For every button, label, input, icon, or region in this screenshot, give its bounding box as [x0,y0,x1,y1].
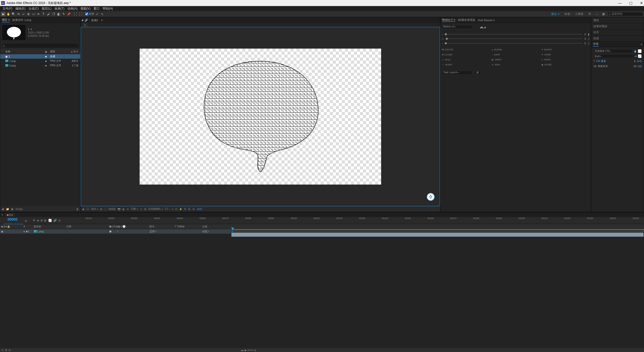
motion-btn-rope[interactable]: ∿ROPE [541,58,589,62]
snap-checkbox[interactable] [85,12,88,16]
project-search[interactable]: ρ. [2,43,79,48]
leading-value[interactable]: 自动 [637,59,642,63]
preview-panel-header[interactable]: 预览 [591,17,644,23]
character-panel-tab[interactable]: 字符 [593,42,598,47]
world-axis-icon[interactable]: ⛶ [78,12,83,16]
views-dropdown[interactable]: 1个… [165,207,173,211]
col-tag-header[interactable]: ◆ [43,50,49,53]
script-manager-tab[interactable]: AE脚本管理器 [458,18,475,22]
roi-icon[interactable]: ▢ [140,208,142,210]
tl-shy-icon[interactable]: 👁 [33,219,35,222]
close-button[interactable]: ✕ [640,1,643,5]
task-launch-button[interactable]: 匣 [475,71,481,75]
col-size-header[interactable]: ▴ 大小 [64,50,79,53]
snap-edge-icon[interactable]: ⤢ [95,12,99,16]
ease-out-slider[interactable] [445,43,582,44]
tl-close-icon[interactable]: × [2,214,3,216]
roto-tool[interactable]: ✎ [61,12,66,16]
timeline-comp-tab[interactable]: ■ 1 ≡ [5,213,15,217]
menu-view[interactable]: 视图(V) [79,7,92,11]
snapshot-icon[interactable]: 📷 [117,208,120,210]
tl-col-name[interactable]: 源名称 [33,224,65,229]
motion-btn-name[interactable]: ✎NAME [541,53,589,57]
tl-graph-icon[interactable]: 📈 [48,219,52,222]
always-preview-icon[interactable]: ◉ [82,208,85,210]
menu-animation[interactable]: 动画(A) [66,7,78,11]
ease-both-icon[interactable]: ›‹ [442,38,444,40]
hand-tool[interactable]: ✋ [6,12,11,16]
toggle-pixel-icon[interactable]: ⊡ [175,208,177,210]
motion2-tab[interactable]: Motion 2 ≡ [442,18,455,22]
duik-tab[interactable]: Duik Bassel.1 [478,19,495,22]
fill-color-swatch[interactable] [638,49,642,53]
motion-btn-burst[interactable]: ✦BURST [541,48,589,52]
local-axis-icon[interactable]: ⛶ [73,12,78,16]
motion-version-dropdown[interactable]: Motion v2 [442,25,472,29]
comp-nav-layer[interactable]: 1 [82,23,88,27]
reset-exposure-icon[interactable]: ⚙ [192,208,195,210]
grid-icon[interactable]: ⊞ [144,208,146,210]
timeline-track-area[interactable] [231,229,644,234]
timeline-icon[interactable]: ⧉ [184,207,186,210]
motion-btn-excite[interactable]: ✚EXCITE [442,48,490,52]
font-family-dropdown[interactable]: 思源黑体 CN [593,49,633,53]
channel-icon[interactable]: ⬚ [104,208,106,210]
layer-parent-dropdown[interactable]: ⊘ 无 [201,229,231,234]
snap-collapse-icon[interactable]: ⤡ [100,12,104,16]
current-time-display[interactable]: 00000 [0,217,25,221]
tracking-value[interactable]: 100 [637,65,642,68]
flowchart-icon[interactable]: 品 [188,207,190,211]
toggle-modes-icon[interactable]: ⊞ [5,349,7,351]
menu-file[interactable]: 文件(F) [2,7,13,11]
ease-in-icon[interactable]: ‹ [442,33,443,36]
project-item-comp[interactable]: ▣1 ■合成 [0,54,80,59]
menu-window[interactable]: 窗口 [93,7,101,11]
col-type-header[interactable]: 类型 [49,50,64,53]
ease-in-slider[interactable] [445,34,582,34]
comp-lock-icon[interactable]: ■ [82,19,84,22]
menu-layer[interactable]: 图层(L) [41,7,53,11]
color-mgmt-icon[interactable]: ✦ [127,208,129,210]
selection-tool[interactable]: ▶ [1,12,6,16]
maximize-button[interactable]: ▢ [629,1,632,5]
menu-effect[interactable]: 效果(T) [54,7,65,11]
menu-composition[interactable]: 合成(C) [27,7,40,11]
magnification-icon[interactable]: 🖵 [87,208,89,210]
pen-tool[interactable]: ✒ [36,12,41,16]
paragraph-panel-header[interactable]: 段落 [591,36,644,42]
puppet-tool[interactable]: 📌 [66,12,71,16]
workspace-standard[interactable]: 标准 [563,12,572,16]
anchor-tool[interactable]: ⊕ [26,12,31,16]
col-name-header[interactable]: 名称 [1,50,43,53]
resolution-dropdown[interactable]: 完整 [131,207,138,211]
rotate-tool[interactable]: ⤾ [21,12,26,16]
align-panel-header[interactable]: 对齐 [591,29,644,36]
toggle-inout-icon[interactable]: ⊟ [9,349,11,351]
comp-tab-menu[interactable]: ≡ [101,19,103,22]
tl-col-trkmat[interactable]: T TrkMat [174,224,201,229]
tl-col-av[interactable]: ◉◔●🔒 [1,225,10,228]
ease-out-icon[interactable]: › [442,42,443,45]
kerning-dropdown[interactable]: 测量标准 [598,64,608,68]
tl-motionblur-icon[interactable]: ◐ [44,219,47,222]
camera-dropdown[interactable]: 活动摄像机 [148,207,163,211]
swap-colors-icon[interactable]: ⇄ [635,55,637,58]
comp-tab[interactable]: 合成1 [89,18,100,23]
type-tool[interactable]: T [41,12,46,16]
orbit-tool[interactable]: ⟲ [16,12,21,16]
tl-brainstorm-icon[interactable]: 🔗 [53,219,57,222]
task-launch-dropdown[interactable]: Task Launch [442,71,472,75]
clone-tool[interactable]: ❐ [51,12,56,16]
new-folder-icon[interactable]: 📁 [6,208,9,210]
workspace-overflow[interactable]: » [595,13,599,16]
workspace-edit-icon[interactable]: ⊞ [601,12,606,16]
minimize-button[interactable]: — [618,1,622,5]
brush-tool[interactable]: 🖌 [46,12,51,16]
menu-edit[interactable]: 编辑(E) [14,7,26,11]
zoom-tool[interactable]: 🔍 [11,12,16,16]
tl-col-parent[interactable]: 父级 [201,224,231,229]
tl-draft3d-icon[interactable]: ◈ [37,219,39,222]
workspace-library[interactable]: 库 [587,12,593,16]
layer-duration-bar[interactable] [231,233,643,237]
workspace-small[interactable]: 小屏幕 [574,12,585,16]
